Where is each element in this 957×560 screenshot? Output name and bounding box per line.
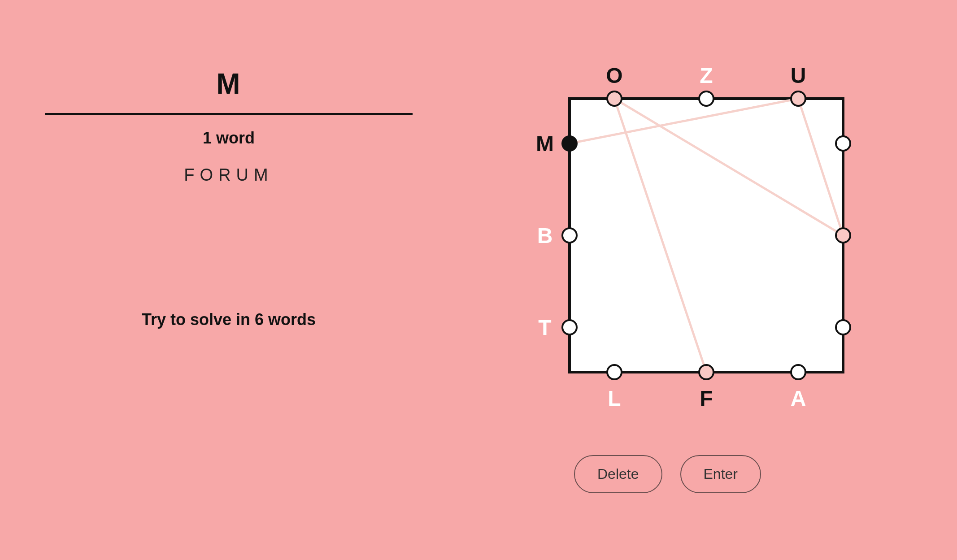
dot-bottom-1[interactable]	[699, 365, 713, 379]
dot-top-0[interactable]	[607, 91, 622, 106]
dot-left-0[interactable]	[562, 136, 577, 151]
dot-bottom-2[interactable]	[791, 365, 805, 379]
entry-underline	[45, 113, 413, 115]
letter-top-0[interactable]: O	[606, 64, 622, 87]
dot-right-2[interactable]	[836, 320, 850, 334]
letter-bottom-0[interactable]: L	[608, 386, 621, 410]
current-entry: M	[45, 67, 413, 113]
dot-top-2[interactable]	[791, 91, 805, 106]
game-board: O Z U N R I L F	[520, 49, 843, 426]
letter-bottom-1[interactable]: F	[700, 386, 713, 410]
letter-bottom-2[interactable]: A	[791, 386, 806, 410]
delete-button[interactable]: Delete	[574, 455, 662, 493]
letter-top-1[interactable]: Z	[700, 64, 713, 87]
dot-bottom-0[interactable]	[607, 365, 622, 379]
dot-top-1[interactable]	[699, 91, 713, 106]
found-words-list: FORUM	[45, 165, 413, 185]
dot-right-1[interactable]	[836, 228, 850, 243]
enter-button[interactable]: Enter	[680, 455, 761, 493]
letter-left-2[interactable]: T	[538, 316, 551, 339]
letter-left-1[interactable]: B	[537, 224, 553, 247]
board-square	[570, 99, 843, 372]
word-count-label: 1 word	[45, 129, 413, 148]
letter-top-2[interactable]: U	[791, 64, 806, 87]
dot-left-1[interactable]	[562, 228, 577, 243]
dot-left-2[interactable]	[562, 320, 577, 334]
letter-left-0[interactable]: M	[536, 132, 554, 156]
solve-hint: Try to solve in 6 words	[45, 310, 413, 329]
dot-right-0[interactable]	[836, 136, 850, 151]
